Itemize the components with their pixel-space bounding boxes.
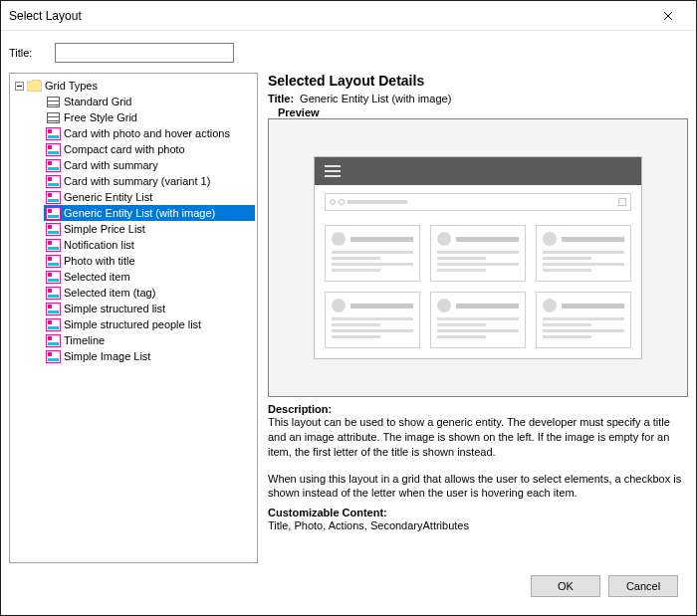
tree-item-label: Card with summary (variant 1) <box>64 175 210 187</box>
layout-icon <box>46 334 61 347</box>
tree-item-label: Simple Price List <box>64 223 145 235</box>
tree-item-label: Card with summary <box>64 159 158 171</box>
description-text-2: When using this layout in a grid that al… <box>268 473 681 500</box>
tree-item-label: Free Style Grid <box>64 111 137 123</box>
description-label: Description: <box>268 403 688 415</box>
layout-icon <box>46 239 61 252</box>
description-block: Description: This layout can be used to … <box>268 403 688 501</box>
description-text-1: This layout can be used to show a generi… <box>268 416 670 458</box>
tree-item[interactable]: Compact card with photo <box>44 141 255 157</box>
detail-title-row: Title: Generic Entity List (with image) <box>268 93 688 104</box>
close-icon <box>663 11 673 21</box>
folder-icon <box>27 80 42 93</box>
tree-item-label: Standard Grid <box>64 96 131 107</box>
customizable-block: Customizable Content: Title, Photo, Acti… <box>268 507 688 533</box>
details-heading: Selected Layout Details <box>268 73 688 89</box>
tree-item[interactable]: Simple structured list <box>44 301 255 316</box>
tree-item[interactable]: Card with photo and hover actions <box>44 125 255 141</box>
tree-item-label: Card with photo and hover actions <box>64 127 230 139</box>
cancel-button[interactable]: Cancel <box>608 575 678 597</box>
tree-item-label: Selected item (tag) <box>64 287 155 299</box>
layout-icon <box>46 175 61 188</box>
layout-tree-panel[interactable]: Grid TypesStandard GridFree Style GridCa… <box>9 73 258 563</box>
detail-title-label: Title: <box>268 93 294 104</box>
layout-icon <box>46 287 61 300</box>
main-area: Grid TypesStandard GridFree Style GridCa… <box>9 73 688 563</box>
layout-icon <box>46 303 61 315</box>
tree-item[interactable]: Card with summary <box>44 157 255 173</box>
layout-icon <box>46 159 61 172</box>
tree-item[interactable]: Notification list <box>44 237 255 253</box>
customizable-label: Customizable Content: <box>268 507 688 518</box>
tree-item-label: Simple structured people list <box>64 318 201 330</box>
detail-title-value: Generic Entity List (with image) <box>300 93 451 104</box>
tree-item-label: Compact card with photo <box>64 143 185 155</box>
tree-item-label: Simple structured list <box>64 303 165 314</box>
dialog-content: Title: Grid TypesStandard GridFree Style… <box>1 31 696 615</box>
tree-item-label: Generic Entity List <box>64 191 152 203</box>
tree-item[interactable]: Selected item (tag) <box>44 285 255 301</box>
layout-icon <box>46 127 61 140</box>
tree-item[interactable]: Timeline <box>44 332 255 348</box>
window-title: Select Layout <box>9 9 648 23</box>
tree-item-label: Notification list <box>64 239 134 251</box>
grid-icon <box>46 96 61 108</box>
ok-button[interactable]: OK <box>531 575 600 597</box>
preview-label: Preview <box>278 106 688 118</box>
layout-icon <box>46 191 61 204</box>
preview-area <box>268 118 688 397</box>
tree-item[interactable]: Free Style Grid <box>44 109 255 125</box>
tree-item[interactable]: Card with summary (variant 1) <box>44 173 255 189</box>
layout-icon <box>46 143 61 156</box>
tree-item-label: Selected item <box>64 271 130 283</box>
preview-wireframe <box>314 156 642 359</box>
tree-root-label: Grid Types <box>45 80 98 92</box>
tree-item[interactable]: Generic Entity List <box>44 189 255 205</box>
tree-toggle-icon[interactable] <box>14 81 25 92</box>
select-layout-dialog: Select Layout Title: Grid TypesStandard … <box>0 0 697 616</box>
layout-icon <box>46 350 61 363</box>
tree-item[interactable]: Selected item <box>44 269 255 285</box>
layout-icon <box>46 207 61 220</box>
title-filter-input[interactable] <box>55 43 234 63</box>
tree-item[interactable]: Generic Entity List (with image) <box>44 205 255 221</box>
layout-icon <box>46 223 61 236</box>
tree-item-label: Generic Entity List (with image) <box>64 207 215 219</box>
tree-root-item[interactable]: Grid Types <box>12 78 255 94</box>
title-filter-row: Title: <box>9 39 688 67</box>
tree-item[interactable]: Simple Image List <box>44 348 255 364</box>
grid-icon <box>46 111 61 124</box>
customizable-text: Title, Photo, Actions, SecondaryAttribut… <box>268 519 469 531</box>
titlebar: Select Layout <box>1 1 696 31</box>
hamburger-icon <box>325 165 341 177</box>
tree-item[interactable]: Photo with title <box>44 253 255 269</box>
tree-item-label: Photo with title <box>64 255 135 267</box>
layout-icon <box>46 255 61 268</box>
tree-item-label: Simple Image List <box>64 350 150 362</box>
tree-item[interactable]: Simple Price List <box>44 221 255 237</box>
close-button[interactable] <box>648 2 688 30</box>
layout-icon <box>46 318 61 331</box>
layout-icon <box>46 271 61 284</box>
details-panel: Selected Layout Details Title: Generic E… <box>268 73 688 563</box>
tree-item[interactable]: Standard Grid <box>44 94 255 109</box>
tree-item-label: Timeline <box>64 334 105 346</box>
title-filter-label: Title: <box>9 47 47 59</box>
button-row: OK Cancel <box>9 569 688 607</box>
tree-item[interactable]: Simple structured people list <box>44 316 255 332</box>
